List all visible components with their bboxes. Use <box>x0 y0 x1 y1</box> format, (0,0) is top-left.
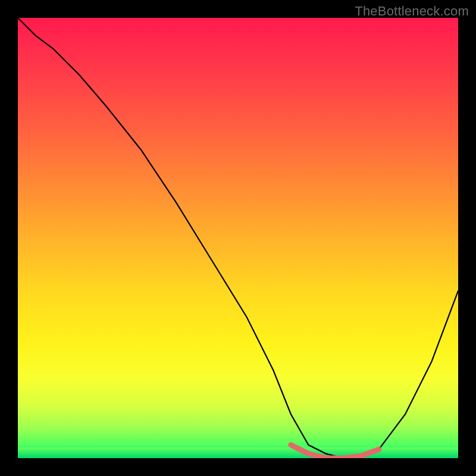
watermark-text: TheBottleneck.com <box>355 4 469 19</box>
plot-area <box>18 18 458 458</box>
bottleneck-curve-path <box>18 18 458 458</box>
optimal-range-highlight <box>291 445 379 458</box>
chart-frame: TheBottleneck.com <box>0 0 476 476</box>
bottleneck-curve-svg <box>18 18 458 458</box>
